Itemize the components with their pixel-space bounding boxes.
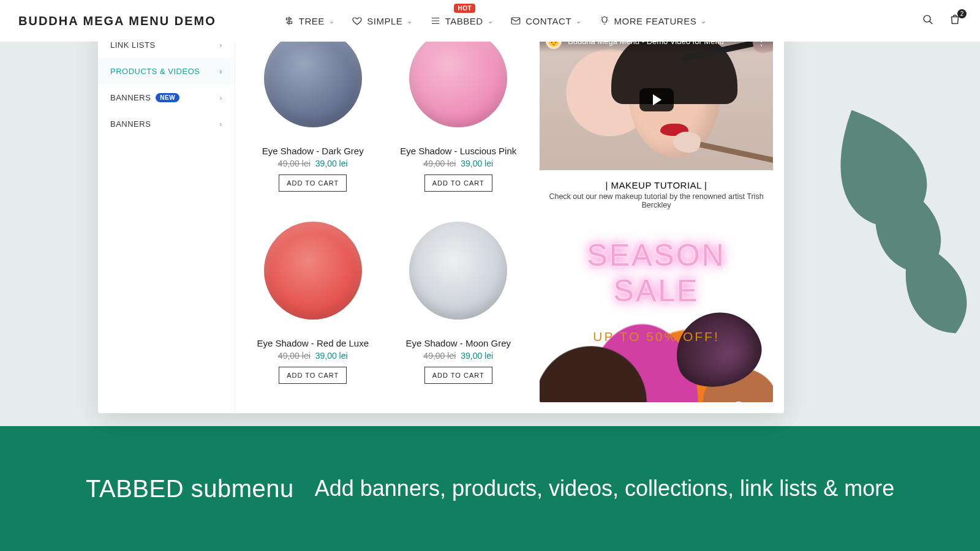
video-caption: | MAKEUP TUTORIAL | Check out our new ma… [540, 180, 773, 209]
price-new: 39,00 lei [461, 159, 493, 168]
bg-leaf-right [763, 69, 980, 387]
side-tab-banners[interactable]: BANNERS › [98, 111, 235, 137]
add-to-cart-button[interactable]: ADD TO CART [279, 174, 347, 192]
svg-point-1 [924, 15, 930, 22]
side-tab-label: BANNERS [110, 119, 151, 129]
chevron-right-icon: › [220, 67, 223, 76]
chevron-down-icon: ⌄ [329, 17, 335, 25]
side-tab-products-videos[interactable]: PRODUCTS & VIDEOS › [98, 58, 235, 84]
price-row: 49,00 lei 39,00 lei [392, 159, 526, 168]
chevron-down-icon: ⌄ [701, 17, 707, 25]
new-badge: NEW [156, 93, 179, 102]
price-row: 49,00 lei 39,00 lei [246, 159, 380, 168]
product-title[interactable]: Eye Shadow - Dark Grey [246, 146, 380, 156]
price-new: 39,00 lei [315, 159, 348, 168]
product-card: Eye Shadow - Dark Grey 49,00 lei 39,00 l… [246, 29, 380, 211]
nav-simple-label: SIMPLE [367, 16, 402, 26]
cart-button[interactable]: 2 [948, 13, 962, 29]
side-tab-banners-new[interactable]: BANNERS NEW › [98, 84, 235, 111]
chevron-down-icon: ⌄ [407, 17, 413, 25]
price-old: 49,00 lei [278, 351, 311, 361]
nav-more-features[interactable]: MORE FEATURES ⌄ [599, 15, 707, 26]
product-title[interactable]: Eye Shadow - Red de Luxe [246, 338, 380, 348]
nav-more-label: MORE FEATURES [614, 16, 697, 26]
search-icon[interactable] [921, 13, 935, 29]
product-card: Eye Shadow - Red de Luxe 49,00 lei 39,00… [246, 222, 380, 403]
product-image[interactable] [264, 29, 362, 127]
right-column: 👶 Buddha Mega Menu - Demo Video for Menu… [540, 29, 773, 402]
promo-title: SEASON SALE [540, 238, 773, 309]
cart-count-badge: 2 [957, 9, 967, 18]
nav-tabbed-label: TABBED [445, 16, 483, 26]
price-new: 39,00 lei [315, 351, 348, 361]
product-card: Eye Shadow - Moon Grey 49,00 lei 39,00 l… [392, 222, 526, 403]
side-tab-label: BANNERS [110, 93, 151, 102]
signpost-icon [284, 15, 295, 26]
primary-nav: TREE ⌄ SIMPLE ⌄ HOT TABBED ⌄ CONTACT ⌄ [284, 15, 707, 26]
promo-banner[interactable]: SEASON SALE UP TO 50% OFF! [540, 219, 773, 402]
mega-side-tabs: LINK LISTS › PRODUCTS & VIDEOS › BANNERS… [98, 26, 235, 413]
product-card: Eye Shadow - Luscious Pink 49,00 lei 39,… [392, 29, 526, 211]
product-image[interactable] [409, 29, 507, 127]
chevron-down-icon: ⌄ [488, 17, 494, 25]
chevron-right-icon: › [220, 94, 223, 102]
price-old: 49,00 lei [423, 351, 456, 361]
chevron-right-icon: › [220, 41, 223, 50]
chevron-right-icon: › [220, 120, 223, 129]
product-title[interactable]: Eye Shadow - Luscious Pink [392, 146, 526, 156]
add-to-cart-button[interactable]: ADD TO CART [424, 174, 492, 192]
product-grid: Eye Shadow - Dark Grey 49,00 lei 39,00 l… [246, 29, 525, 402]
chevron-down-icon: ⌄ [576, 17, 582, 25]
list-icon [430, 15, 441, 26]
site-logo[interactable]: BUDDHA MEGA MENU DEMO [18, 14, 216, 28]
price-old: 49,00 lei [423, 159, 456, 168]
nav-contact[interactable]: CONTACT ⌄ [510, 15, 581, 26]
price-row: 49,00 lei 39,00 lei [246, 351, 380, 361]
nav-contact-label: CONTACT [526, 16, 571, 26]
side-tab-label: PRODUCTS & VIDEOS [110, 67, 200, 76]
video-caption-body: Check out our new makeup tutorial by the… [540, 192, 773, 209]
price-old: 49,00 lei [278, 159, 311, 168]
side-tab-label: LINK LISTS [110, 40, 156, 50]
price-row: 49,00 lei 39,00 lei [392, 351, 526, 361]
nav-tree-label: TREE [299, 16, 325, 26]
add-to-cart-button[interactable]: ADD TO CART [424, 367, 492, 384]
product-image[interactable] [409, 222, 507, 320]
product-image[interactable] [264, 222, 362, 320]
mega-menu-panel: LINK LISTS › PRODUCTS & VIDEOS › BANNERS… [98, 26, 784, 413]
nav-tabbed[interactable]: HOT TABBED ⌄ [430, 15, 493, 26]
hot-badge: HOT [454, 4, 475, 13]
header-actions: 2 [921, 13, 962, 29]
product-title[interactable]: Eye Shadow - Moon Grey [392, 338, 526, 348]
app-header: BUDDHA MEGA MENU DEMO TREE ⌄ SIMPLE ⌄ HO… [0, 0, 980, 42]
lightbulb-icon [599, 15, 610, 26]
svg-rect-0 [511, 18, 520, 24]
price-new: 39,00 lei [461, 351, 493, 361]
nav-simple[interactable]: SIMPLE ⌄ [352, 15, 413, 26]
caption-heading: TABBED submenu [86, 475, 294, 503]
caption-body: Add banners, products, videos, collectio… [315, 476, 894, 501]
add-to-cart-button[interactable]: ADD TO CART [279, 367, 347, 384]
promo-subtitle: UP TO 50% OFF! [540, 329, 773, 344]
envelope-icon [510, 15, 521, 26]
video-caption-title: | MAKEUP TUTORIAL | [540, 180, 773, 190]
mega-content: Eye Shadow - Dark Grey 49,00 lei 39,00 l… [235, 26, 784, 413]
nav-tree[interactable]: TREE ⌄ [284, 15, 335, 26]
play-button-icon[interactable] [639, 88, 674, 111]
video-embed[interactable]: 👶 Buddha Mega Menu - Demo Video for Menu… [540, 29, 773, 170]
caption-strip: TABBED submenu Add banners, products, vi… [0, 426, 980, 551]
heart-icon [352, 15, 363, 26]
